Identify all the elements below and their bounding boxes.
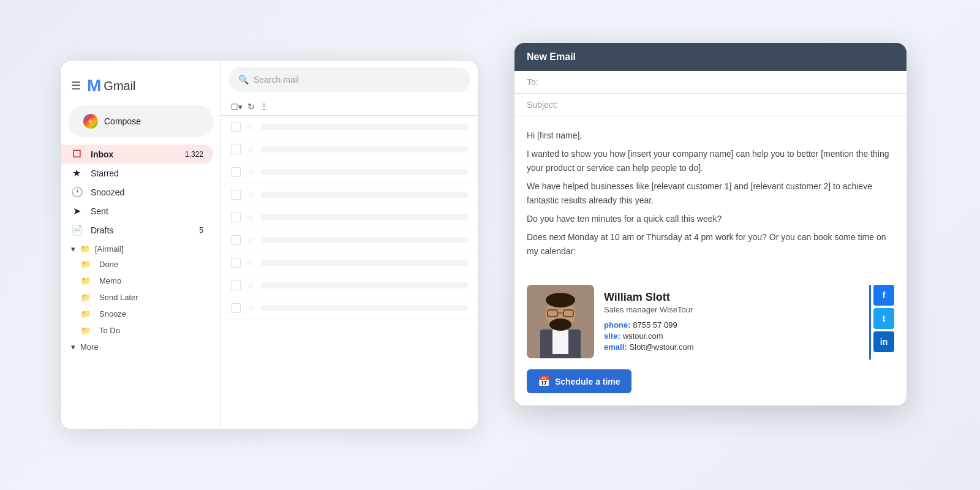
sendlater-icon: 📁	[81, 293, 91, 302]
email-star[interactable]: ☆	[247, 258, 255, 268]
email-star[interactable]: ☆	[247, 190, 255, 200]
email-checkbox[interactable]	[231, 145, 241, 154]
more-arrow: ▾	[71, 342, 75, 352]
sidebar-item-send-later[interactable]: 📁 Send Later	[61, 289, 213, 306]
email-star[interactable]: ☆	[247, 167, 255, 177]
more-text: More	[80, 342, 99, 352]
drafts-label: Drafts	[91, 225, 113, 235]
email-toolbar: ☐▾ ↻ ⋮	[221, 98, 478, 116]
phone-value: 8755 57 099	[633, 320, 677, 330]
done-label: Done	[99, 260, 118, 269]
snoozed-label: Snoozed	[91, 187, 124, 197]
sig-phone: phone: 8755 57 099	[604, 320, 857, 330]
sidebar-item-done[interactable]: 📁 Done	[61, 256, 213, 273]
sidebar-item-todo[interactable]: 📁 To Do	[61, 322, 213, 339]
compose-button[interactable]: + Compose	[69, 105, 213, 137]
sidebar-item-sent[interactable]: ➤ Sent	[61, 202, 213, 221]
schedule-label: Schedule a time	[555, 377, 620, 386]
facebook-link[interactable]: f	[873, 285, 894, 306]
gmail-main: 🔍 Search mail ☐▾ ↻ ⋮ ☆ ☆ ☆ ☆	[221, 61, 478, 429]
signature-photo	[527, 285, 594, 358]
email-star[interactable]: ☆	[247, 145, 255, 154]
email-star[interactable]: ☆	[247, 122, 255, 132]
email-preview-bar	[261, 237, 468, 243]
drafts-icon: 📄	[71, 224, 82, 236]
email-star[interactable]: ☆	[247, 303, 255, 313]
todo-label: To Do	[99, 326, 120, 335]
to-input[interactable]	[564, 77, 894, 87]
gmail-label: Gmail	[104, 79, 135, 93]
sidebar-item-memo[interactable]: 📁 Memo	[61, 273, 213, 289]
twitter-icon: t	[883, 314, 886, 323]
airmail-folder[interactable]: ▾ 📁 [Airmail]	[61, 242, 221, 256]
email-checkbox[interactable]	[231, 258, 241, 268]
email-star[interactable]: ☆	[247, 213, 255, 222]
inbox-label: Inbox	[91, 149, 113, 159]
email-value: Slott@wstour.com	[630, 342, 694, 352]
body-para3: Do you have ten minutes for a quick call…	[527, 212, 894, 225]
email-row[interactable]: ☆	[221, 161, 478, 184]
to-label: To:	[527, 77, 564, 87]
sidebar-item-inbox[interactable]: ☐ Inbox 1,322	[61, 145, 213, 164]
svg-point-5	[549, 318, 571, 331]
calendar-icon: 📅	[538, 375, 550, 387]
subject-input[interactable]	[564, 100, 894, 110]
refresh-icon[interactable]: ↻	[247, 102, 255, 111]
site-label: site:	[604, 331, 620, 341]
facebook-icon: f	[883, 290, 886, 300]
sent-label: Sent	[91, 206, 108, 216]
email-checkbox[interactable]	[231, 303, 241, 313]
email-checkbox[interactable]	[231, 235, 241, 245]
email-star[interactable]: ☆	[247, 281, 255, 290]
snooze-folder-icon: 📁	[81, 309, 91, 318]
gmail-logo: M Gmail	[87, 76, 136, 96]
sig-name: William Slott	[604, 291, 857, 304]
email-row[interactable]: ☆	[221, 274, 478, 297]
more-label[interactable]: ▾ More	[61, 340, 221, 354]
email-row[interactable]: ☆	[221, 184, 478, 206]
body-greeting: Hi [first name],	[527, 129, 894, 142]
folder-section: ▾ 📁 [Airmail] 📁 Done 📁 Memo 📁 Send Later…	[61, 242, 221, 339]
email-preview-bar	[261, 282, 468, 288]
drafts-badge: 5	[199, 226, 203, 235]
email-row[interactable]: ☆	[221, 297, 478, 320]
email-row[interactable]: ☆	[221, 138, 478, 161]
svg-rect-2	[552, 330, 568, 354]
email-row[interactable]: ☆	[221, 206, 478, 229]
email-preview-bar	[261, 305, 468, 311]
search-bar[interactable]: 🔍 Search mail	[228, 67, 470, 92]
folder-arrow: ▾	[71, 244, 75, 254]
snooze-icon: 🕐	[71, 186, 82, 198]
signature-info: William Slott Sales manager WiseTour pho…	[594, 285, 867, 360]
body-para4: Does next Monday at 10 am or Thursday at…	[527, 230, 894, 258]
snooze-folder-label: Snooze	[99, 309, 126, 318]
schedule-button[interactable]: 📅 Schedule a time	[527, 369, 631, 393]
sidebar-item-snoozed[interactable]: 🕐 Snoozed	[61, 183, 213, 202]
sidebar-item-drafts[interactable]: 📄 Drafts 5	[61, 221, 213, 239]
more-options-icon[interactable]: ⋮	[260, 102, 268, 111]
site-value: wstour.com	[623, 331, 663, 341]
email-preview-bar	[261, 214, 468, 221]
email-row[interactable]: ☆	[221, 252, 478, 274]
search-input[interactable]: Search mail	[254, 75, 299, 85]
linkedin-link[interactable]: in	[873, 331, 894, 352]
email-checkbox[interactable]	[231, 281, 241, 290]
email-checkbox[interactable]	[231, 213, 241, 222]
email-checkbox[interactable]	[231, 190, 241, 200]
email-checkbox[interactable]	[231, 122, 241, 132]
gmail-m-logo: M	[87, 76, 101, 96]
select-all-checkbox[interactable]: ☐▾	[231, 102, 243, 111]
email-star[interactable]: ☆	[247, 235, 255, 245]
compose-window-body: To: Subject: Hi [first name], I wanted t…	[514, 71, 907, 393]
body-para1: I wanted to show you how [insert your co…	[527, 147, 894, 175]
hamburger-icon[interactable]: ☰	[71, 79, 81, 92]
person-svg	[527, 285, 594, 358]
email-row[interactable]: ☆	[221, 116, 478, 138]
sidebar-item-snooze[interactable]: 📁 Snooze	[61, 306, 213, 322]
email-row[interactable]: ☆	[221, 229, 478, 252]
email-signature: William Slott Sales manager WiseTour pho…	[527, 285, 894, 360]
sent-icon: ➤	[71, 205, 82, 217]
twitter-link[interactable]: t	[873, 308, 894, 329]
email-checkbox[interactable]	[231, 167, 241, 177]
sidebar-item-starred[interactable]: ★ Starred	[61, 164, 213, 183]
